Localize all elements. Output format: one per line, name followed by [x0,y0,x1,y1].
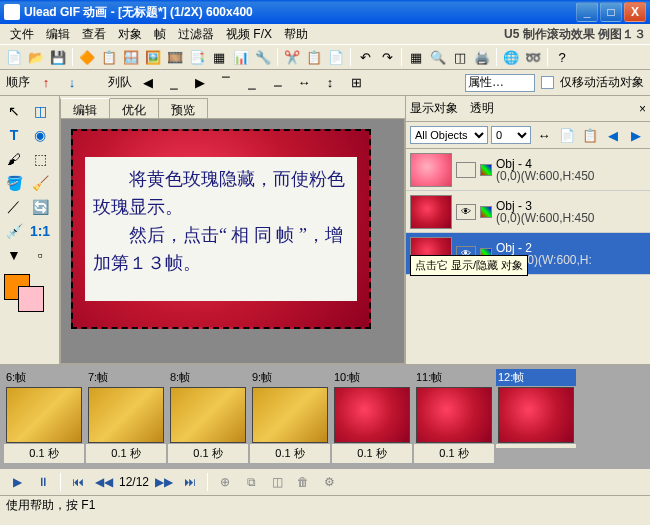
undo-button[interactable]: ↶ [355,47,375,67]
panel-close-icon[interactable]: × [639,102,646,116]
frame[interactable]: 7:帧 0.1 秒 [86,369,166,465]
canvas[interactable]: 将黄色玫瑰隐藏，而使粉色玫瑰显示。 然后，点击“ 相 同 帧 ”，增加第１３帧。 [71,129,371,329]
prev-object-icon[interactable]: ◀ [603,125,623,145]
same-frame-button[interactable]: ⧉ [240,472,262,492]
object-row[interactable]: Obj - 4 (0,0)(W:600,H:450 [406,149,650,191]
move-only-checkbox[interactable] [541,76,554,89]
video-button[interactable]: 🎞️ [165,47,185,67]
align-middle-button[interactable]: ⎯ [242,73,262,93]
browse-button[interactable]: ➿ [523,47,543,67]
tools-button[interactable]: 🔧 [253,47,273,67]
open-button[interactable]: 📂 [26,47,46,67]
background-color[interactable] [18,286,44,312]
object-tool[interactable]: ⬚ [28,148,52,170]
new-button[interactable]: 📄 [4,47,24,67]
property-button[interactable]: ⚙ [318,472,340,492]
align-bottom-button[interactable]: ⎽ [268,73,288,93]
attr-input[interactable] [465,74,535,92]
visibility-toggle[interactable]: 👁 [456,204,476,220]
align-center-button[interactable]: ⎯ [164,73,184,93]
cut-button[interactable]: ✂️ [282,47,302,67]
paste-button[interactable]: 📄 [326,47,346,67]
pointer-tool[interactable]: ↖ [2,100,26,122]
delete-frame-button[interactable]: 🗑 [292,472,314,492]
next-frame-button[interactable]: ▶▶ [153,472,175,492]
menu-view[interactable]: 查看 [76,24,112,45]
close-button[interactable]: X [624,2,646,22]
wizard-button[interactable]: 🔶 [77,47,97,67]
small-tool[interactable]: ▫ [28,244,52,266]
selection-tool[interactable]: ◫ [28,100,52,122]
menu-file[interactable]: 文件 [4,24,40,45]
play-button[interactable]: ▶ [6,472,28,492]
swap-icon[interactable]: ↔ [534,125,554,145]
align-top-button[interactable]: ⎺ [216,73,236,93]
help-button[interactable]: ? [552,47,572,67]
next-object-icon[interactable]: ▶ [626,125,646,145]
first-frame-button[interactable]: ⏮ [67,472,89,492]
grid-button[interactable]: ▦ [406,47,426,67]
save-button[interactable]: 💾 [48,47,68,67]
prev-frame-button[interactable]: ◀◀ [93,472,115,492]
window-button[interactable]: 🪟 [121,47,141,67]
tab-optimize[interactable]: 优化 [109,98,159,118]
minimize-button[interactable]: _ [576,2,598,22]
new-object-icon[interactable]: 📄 [557,125,577,145]
order-up-button[interactable]: ↑ [36,73,56,93]
fill-tool[interactable]: 🪣 [2,172,26,194]
rotate-tool[interactable]: 🔄 [28,196,52,218]
bucket-tool[interactable]: ▼ [2,244,26,266]
copy-button[interactable]: 📋 [304,47,324,67]
web-button[interactable]: 🌐 [501,47,521,67]
menu-frame[interactable]: 帧 [148,24,172,45]
maximize-button[interactable]: □ [600,2,622,22]
frame[interactable]: 12:帧 [496,369,576,465]
eraser-tool[interactable]: 🧹 [28,172,52,194]
frame-strip[interactable]: 6:帧 0.1 秒7:帧 0.1 秒8:帧 0.1 秒9:帧 0.1 秒10:帧… [0,365,650,469]
text-tool[interactable]: T [2,124,26,146]
copy-object-icon[interactable]: 📋 [580,125,600,145]
tween-button[interactable]: ◫ [266,472,288,492]
menu-filter[interactable]: 过滤器 [172,24,220,45]
shape-tool[interactable]: ◉ [28,124,52,146]
frame[interactable]: 11:帧 0.1 秒 [414,369,494,465]
object-row[interactable]: 👁 Obj - 3 (0,0)(W:600,H:450 [406,191,650,233]
chart-button[interactable]: 📊 [231,47,251,67]
align-vert-button[interactable]: ↕ [320,73,340,93]
distribute-button[interactable]: ⊞ [346,73,366,93]
visibility-toggle[interactable] [456,162,476,178]
brush-tool[interactable]: 🖌 [2,148,26,170]
frame[interactable]: 8:帧 0.1 秒 [168,369,248,465]
zoom-button[interactable]: 🔍 [428,47,448,67]
align-right-button[interactable]: ▶ [190,73,210,93]
crop-button[interactable]: ◫ [450,47,470,67]
print-button[interactable]: 🖨️ [472,47,492,67]
tab-edit[interactable]: 编辑 [60,98,110,118]
add-frame-button[interactable]: ⊕ [214,472,236,492]
order-down-button[interactable]: ↓ [62,73,82,93]
frame[interactable]: 6:帧 0.1 秒 [4,369,84,465]
object-filter-dropdown[interactable]: All Objects [410,126,488,144]
sound-button[interactable]: ▦ [209,47,229,67]
align-horiz-button[interactable]: ↔ [294,73,314,93]
frame-button[interactable]: 📑 [187,47,207,67]
menu-object[interactable]: 对象 [112,24,148,45]
menu-help[interactable]: 帮助 [278,24,314,45]
image-button[interactable]: 🖼️ [143,47,163,67]
redo-button[interactable]: ↷ [377,47,397,67]
last-frame-button[interactable]: ⏭ [179,472,201,492]
document-button[interactable]: 📋 [99,47,119,67]
queue-label: 列队 [108,74,132,91]
pause-button[interactable]: ⏸ [32,472,54,492]
tab-preview[interactable]: 预览 [158,98,208,118]
frame[interactable]: 9:帧 0.1 秒 [250,369,330,465]
canvas-area[interactable]: 将黄色玫瑰隐藏，而使粉色玫瑰显示。 然后，点击“ 相 同 帧 ”，增加第１３帧。 [60,118,405,364]
eyedropper-tool[interactable]: 💉 [2,220,26,242]
align-left-button[interactable]: ◀ [138,73,158,93]
line-tool[interactable]: ／ [2,196,26,218]
zoom-tool[interactable]: 1:1 [28,220,52,242]
frame[interactable]: 10:帧 0.1 秒 [332,369,412,465]
menu-edit[interactable]: 编辑 [40,24,76,45]
menu-videofx[interactable]: 视频 F/X [220,24,278,45]
transparency-dropdown[interactable]: 0 [491,126,531,144]
